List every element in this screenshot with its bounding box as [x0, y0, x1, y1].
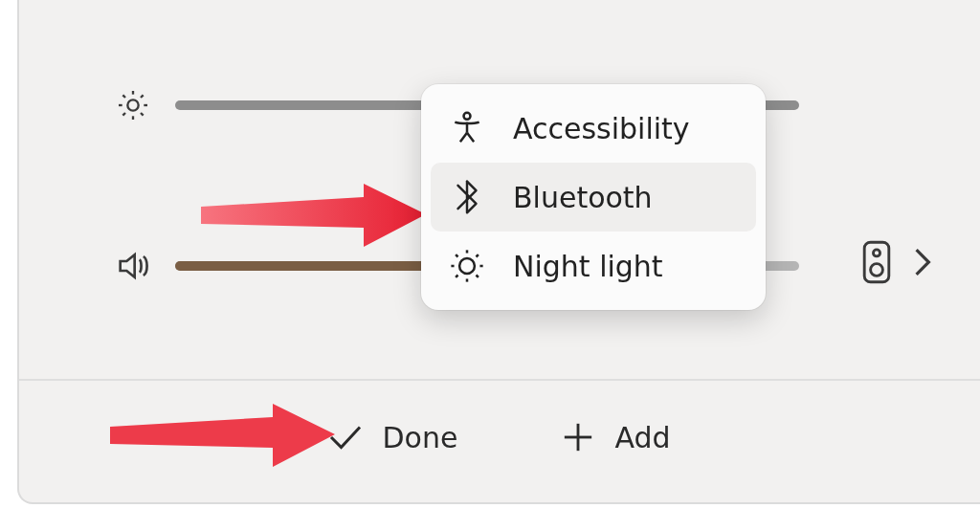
night-light-icon — [448, 247, 486, 285]
svg-line-19 — [477, 276, 479, 277]
svg-point-10 — [873, 250, 880, 256]
menu-item-bluetooth[interactable]: Bluetooth — [431, 163, 756, 232]
svg-point-11 — [871, 264, 883, 276]
done-button[interactable]: Done — [315, 412, 471, 462]
svg-point-12 — [464, 113, 471, 120]
svg-line-7 — [122, 113, 125, 116]
audio-output-icon — [858, 239, 896, 285]
svg-line-21 — [477, 254, 479, 256]
svg-line-20 — [456, 276, 457, 277]
add-label: Add — [614, 421, 670, 454]
done-label: Done — [382, 421, 457, 454]
menu-item-accessibility[interactable]: Accessibility — [431, 94, 756, 163]
svg-line-6 — [141, 113, 144, 116]
svg-line-8 — [141, 95, 144, 98]
quick-settings-panel: Accessibility Bluetooth — [17, 0, 980, 504]
add-button[interactable]: Add — [547, 412, 683, 462]
plus-icon — [561, 420, 595, 454]
menu-item-label: Accessibility — [513, 112, 690, 145]
svg-line-5 — [122, 95, 125, 98]
add-tile-menu: Accessibility Bluetooth — [421, 84, 766, 310]
annotation-arrow — [201, 180, 431, 256]
menu-item-label: Night light — [513, 250, 663, 283]
edit-actions-bar: Done Add — [19, 379, 980, 494]
accessibility-icon — [448, 109, 486, 147]
svg-marker-24 — [201, 184, 426, 247]
chevron-right-icon — [913, 247, 932, 277]
audio-output-selector[interactable] — [858, 239, 932, 285]
volume-icon — [110, 247, 156, 285]
svg-point-0 — [127, 99, 138, 110]
menu-item-night-light[interactable]: Night light — [431, 232, 756, 300]
check-icon — [328, 420, 363, 454]
menu-item-label: Bluetooth — [513, 181, 653, 214]
svg-line-18 — [456, 254, 457, 256]
brightness-icon — [110, 86, 156, 124]
svg-point-13 — [459, 258, 475, 274]
bluetooth-icon — [448, 178, 486, 216]
